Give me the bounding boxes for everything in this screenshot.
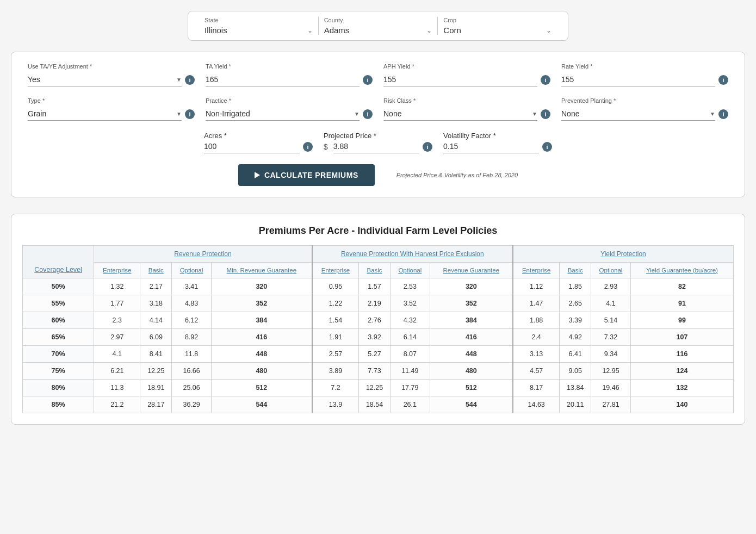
premiums-section: Premiums Per Acre - Individual Farm Leve… [11,214,745,425]
rphpe-cell: 480 [430,363,513,380]
rp-cell: 2.97 [94,329,140,346]
yp-cell: 1.88 [513,312,560,329]
yp-cell: 9.34 [591,346,631,363]
type-arrow-icon: ▼ [176,111,182,117]
risk-class-select[interactable]: None [383,107,532,120]
rphpe-cell: 416 [430,329,513,346]
acres-input[interactable] [204,140,300,153]
state-selector-group[interactable]: State Illinois ⌄ [199,17,319,35]
yp-cell: 3.13 [513,346,560,363]
rate-yield-label: Rate Yield * [561,63,728,70]
rphpe-cell: 26.1 [390,396,430,413]
projected-price-input-row: $ i [324,140,432,153]
rp-cell: 21.2 [94,396,140,413]
rphpe-cell: 8.07 [390,346,430,363]
crop-chevron-icon: ⌄ [546,27,551,34]
rp-cell: 8.41 [140,346,172,363]
state-chevron-icon: ⌄ [307,27,313,34]
yp-cell: 13.84 [560,380,591,396]
practice-info-icon[interactable]: i [363,109,373,119]
rate-yield-info-icon[interactable]: i [718,75,728,85]
yp-cell: 20.11 [560,396,591,413]
ta-ye-select[interactable]: Yes No [28,73,176,86]
crop-selector-group[interactable]: Crop Corn ⌄ [438,17,557,35]
ta-ye-label: Use TA/YE Adjustment * [28,63,195,70]
rp-enterprise-header: Enterprise [94,263,140,278]
risk-class-arrow-icon: ▼ [532,111,537,117]
premiums-tbody: 50%1.322.173.413200.951.572.533201.121.8… [23,278,734,413]
prevented-planting-input-row: None ▼ i [561,107,728,121]
aph-yield-label: APH Yield * [383,63,550,70]
yp-cell: 91 [630,295,733,312]
projected-price-input[interactable] [333,140,419,153]
county-selector-group[interactable]: County Adams ⌄ [319,17,438,35]
rphpe-enterprise-header: Enterprise [312,263,359,278]
ta-ye-select-wrapper[interactable]: Yes No ▼ [28,73,182,86]
rp-cell: 28.17 [140,396,172,413]
prevented-planting-info-icon[interactable]: i [718,109,728,119]
state-dropdown[interactable]: Illinois ⌄ [205,26,313,35]
coverage-level-cell: 75% [23,363,94,380]
calculate-button[interactable]: CALCULATE PREMIUMS [238,164,375,186]
ta-ye-group: Use TA/YE Adjustment * Yes No ▼ i [28,63,195,86]
ta-yield-group: TA Yield * i [206,63,373,86]
yp-basic-header: Basic [560,263,591,278]
rp-cell: 544 [212,396,312,413]
rphpe-cell: 3.92 [359,329,391,346]
rphpe-cell: 5.27 [359,346,391,363]
crop-dropdown[interactable]: Corn ⌄ [443,26,551,35]
volatility-factor-input[interactable] [443,140,539,153]
rphpe-cell: 0.95 [312,278,359,295]
ta-yield-input[interactable] [206,73,360,86]
practice-select[interactable]: Non-Irrigated [206,107,354,120]
rphpe-group-link[interactable]: Revenue Protection With Harvest Price Ex… [341,250,484,258]
rp-optional-header: Optional [172,263,212,278]
rphpe-rev-guarantee-header: Revenue Guarantee [430,263,513,278]
acres-input-row: i [204,140,313,153]
rp-group-link[interactable]: Revenue Protection [174,250,231,258]
rate-yield-input[interactable] [561,73,715,86]
yp-optional-header: Optional [591,263,631,278]
type-info-icon[interactable]: i [185,109,195,119]
aph-yield-group: APH Yield * i [383,63,550,86]
yp-cell: 4.57 [513,363,560,380]
type-select[interactable]: Grain [28,107,176,120]
yp-cell: 27.81 [591,396,631,413]
yp-group-header: Yield Protection [513,246,734,263]
rp-min-rev-header: Min. Revenue Guarantee [212,263,312,278]
type-select-wrapper[interactable]: Grain ▼ [28,107,182,121]
coverage-level-cell: 80% [23,380,94,396]
volatility-factor-info-icon[interactable]: i [542,142,552,152]
premiums-table: Coverage Level Revenue Protection Revenu… [22,245,734,413]
practice-select-wrapper[interactable]: Non-Irrigated ▼ [206,107,360,121]
crop-label: Crop [443,17,551,23]
risk-class-select-wrapper[interactable]: None ▼ [383,107,537,121]
rphpe-cell: 4.32 [390,312,430,329]
table-row: 70%4.18.4111.84482.575.278.074483.136.41… [23,346,734,363]
prevented-planting-select-wrapper[interactable]: None ▼ [561,107,715,121]
page-wrapper: State Illinois ⌄ County Adams ⌄ Crop Cor… [0,0,756,436]
prevented-planting-select[interactable]: None [561,107,710,120]
aph-yield-info-icon[interactable]: i [541,75,550,85]
table-row: 80%11.318.9125.065127.212.2517.795128.17… [23,380,734,396]
rp-cell: 8.92 [172,329,212,346]
form-row-2: Type * Grain ▼ i Practice * N [28,97,728,121]
risk-class-input-row: None ▼ i [383,107,550,121]
county-dropdown[interactable]: Adams ⌄ [324,26,432,35]
yp-cell: 2.65 [560,295,591,312]
projected-price-info-icon[interactable]: i [423,142,432,152]
aph-yield-input[interactable] [383,73,537,86]
ta-ye-info-icon[interactable]: i [185,75,195,85]
rphpe-cell: 3.52 [390,295,430,312]
risk-class-group: Risk Class * None ▼ i [383,97,550,121]
rphpe-cell: 7.2 [312,380,359,396]
ta-yield-info-icon[interactable]: i [363,75,373,85]
acres-info-icon[interactable]: i [303,142,313,152]
risk-class-info-icon[interactable]: i [541,109,550,119]
yp-cell: 132 [630,380,733,396]
rphpe-cell: 1.54 [312,312,359,329]
yp-group-link[interactable]: Yield Protection [600,250,646,258]
rphpe-basic-header: Basic [359,263,391,278]
coverage-level-cell: 55% [23,295,94,312]
coverage-level-link[interactable]: Coverage Level [34,266,82,274]
